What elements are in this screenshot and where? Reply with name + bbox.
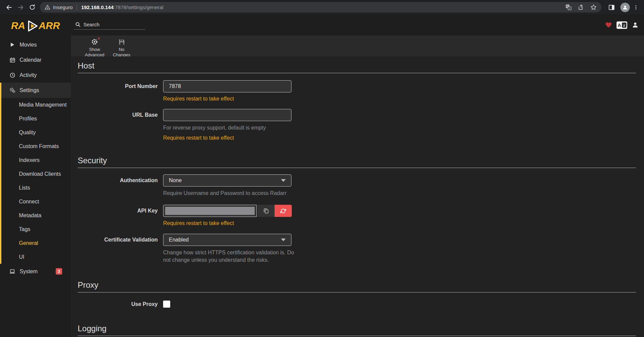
svg-text:z: z	[569, 7, 570, 10]
sidebar-item-quality[interactable]: Quality	[1, 125, 71, 139]
restart-warning: Requires restart to take effect	[163, 135, 291, 141]
sub-item-label: Connect	[19, 199, 39, 205]
section-security: Security Authentication None Require Use…	[78, 156, 636, 264]
settings-toolbar: ✕ ShowAdvanced NoChanges	[71, 35, 644, 56]
browser-refresh-icon[interactable]	[26, 2, 38, 13]
sub-item-label: Download Clients	[19, 171, 61, 177]
sub-item-label: Tags	[19, 226, 30, 232]
field-label: URL Base	[78, 109, 163, 118]
copy-api-key-button[interactable]	[257, 205, 275, 217]
laptop-icon	[9, 269, 15, 274]
save-changes-button[interactable]: NoChanges	[111, 38, 132, 58]
use-proxy-checkbox[interactable]	[163, 301, 170, 308]
section-title: Proxy	[78, 280, 636, 292]
chevron-down-icon	[281, 238, 286, 241]
restart-warning: Requires restart to take effect	[163, 220, 292, 226]
sub-item-label: Quality	[19, 130, 36, 136]
not-secure-warning-icon	[45, 4, 50, 10]
sidebar-item-label: Movies	[20, 42, 37, 48]
translate-widget-icon[interactable]: Az	[616, 21, 627, 29]
sidebar-item-metadata[interactable]: Metadata	[1, 208, 71, 222]
sidebar-item-tags[interactable]: Tags	[1, 222, 71, 236]
app-header: Az	[71, 15, 644, 35]
section-title: Security	[78, 156, 636, 168]
user-icon[interactable]	[632, 22, 639, 28]
field-help: Require Username and Password to access …	[163, 190, 291, 197]
certificate-validation-select[interactable]: Enabled	[163, 234, 291, 246]
heart-donate-icon[interactable]	[605, 22, 612, 28]
svg-text:A: A	[618, 22, 621, 28]
play-icon	[9, 42, 15, 47]
field-label: Port Number	[78, 80, 163, 89]
api-key-input[interactable]	[163, 205, 257, 217]
search-input[interactable]	[83, 22, 141, 27]
sidebar-item-label: System	[20, 269, 37, 275]
search-box[interactable]	[74, 20, 145, 30]
sidebar-item-indexers[interactable]: Indexers	[1, 153, 71, 167]
sidebar-item-profiles[interactable]: Profiles	[1, 112, 71, 125]
search-icon	[75, 22, 81, 27]
field-label: Certificate Validation	[78, 234, 163, 243]
logo-text-left: RA	[11, 20, 25, 31]
svg-text:z: z	[623, 23, 625, 27]
browser-back-icon[interactable]	[3, 2, 15, 13]
radarr-logo[interactable]: RA ARR	[0, 15, 71, 37]
form-row-urlbase: URL Base For reverse proxy support, defa…	[78, 109, 636, 141]
browser-forward-icon[interactable]	[15, 2, 26, 13]
settings-general-content: Host Port Number Requires restart to tak…	[71, 56, 644, 337]
api-key-redacted-value	[165, 207, 255, 215]
save-floppy-icon	[118, 38, 125, 46]
section-title: Host	[78, 61, 636, 73]
sidebar-item-lists[interactable]: Lists	[1, 181, 71, 195]
sidebar-item-settings[interactable]: Settings	[1, 83, 71, 98]
section-proxy: Proxy Use Proxy	[78, 280, 636, 308]
calendar-icon	[9, 57, 15, 63]
sidebar-item-label: Activity	[20, 72, 37, 78]
url-base-input[interactable]	[163, 109, 291, 121]
show-advanced-label-1: Show	[89, 47, 100, 52]
advanced-hidden-x-icon: ✕	[97, 36, 101, 41]
sidebar-item-system[interactable]: System 3	[0, 264, 71, 279]
sub-item-label: Custom Formats	[19, 143, 59, 149]
sidebar-item-connect[interactable]: Connect	[1, 195, 71, 208]
side-panel-icon[interactable]	[608, 4, 615, 11]
address-divider	[77, 4, 77, 10]
form-row-use-proxy: Use Proxy	[78, 301, 636, 308]
refresh-icon	[280, 208, 286, 214]
field-label: Authentication	[78, 174, 163, 184]
sidebar-item-ui[interactable]: UI	[1, 250, 71, 264]
field-help: Change how strict HTTPS certification va…	[163, 249, 297, 263]
field-label: Use Proxy	[78, 301, 163, 307]
no-changes-label-1: No	[119, 47, 125, 52]
sidebar-item-activity[interactable]: Activity	[0, 67, 71, 83]
share-icon[interactable]	[578, 4, 584, 10]
sidebar: RA ARR Movies Calendar Activity Settings	[0, 15, 71, 337]
show-advanced-button[interactable]: ✕ ShowAdvanced	[84, 38, 105, 58]
form-row-authentication: Authentication None Require Username and…	[78, 174, 636, 197]
sidebar-item-download-clients[interactable]: Download Clients	[1, 167, 71, 181]
regenerate-api-key-button[interactable]	[275, 205, 292, 217]
profile-avatar[interactable]	[620, 3, 630, 12]
copy-icon	[263, 208, 269, 214]
browser-menu-icon[interactable]	[632, 2, 640, 13]
restart-warning: Requires restart to take effect	[163, 96, 291, 102]
form-row-cert-validation: Certificate Validation Enabled Change ho…	[78, 234, 636, 263]
sidebar-item-media-management[interactable]: Media Management	[1, 98, 71, 112]
translate-icon[interactable]: Gz	[565, 4, 572, 10]
settings-group: Settings Media Management Profiles Quali…	[0, 83, 71, 264]
not-secure-label: Inseguro	[53, 4, 73, 10]
sidebar-item-movies[interactable]: Movies	[0, 37, 71, 52]
system-health-badge: 3	[56, 268, 62, 275]
sidebar-item-calendar[interactable]: Calendar	[0, 52, 71, 67]
gears-icon	[9, 87, 15, 93]
select-value: Enabled	[169, 237, 281, 243]
authentication-select[interactable]: None	[163, 174, 291, 187]
sidebar-item-custom-formats[interactable]: Custom Formats	[1, 139, 71, 153]
section-logging: Logging Log Level Info	[78, 324, 636, 337]
address-bar[interactable]: Inseguro 192.168.0.144:7878/settings/gen…	[40, 2, 601, 12]
sub-item-label: Lists	[19, 185, 30, 191]
sub-item-label: Indexers	[19, 157, 40, 163]
bookmark-star-icon[interactable]	[590, 4, 597, 10]
sidebar-item-general[interactable]: General	[1, 236, 71, 250]
port-number-input[interactable]	[163, 80, 291, 92]
